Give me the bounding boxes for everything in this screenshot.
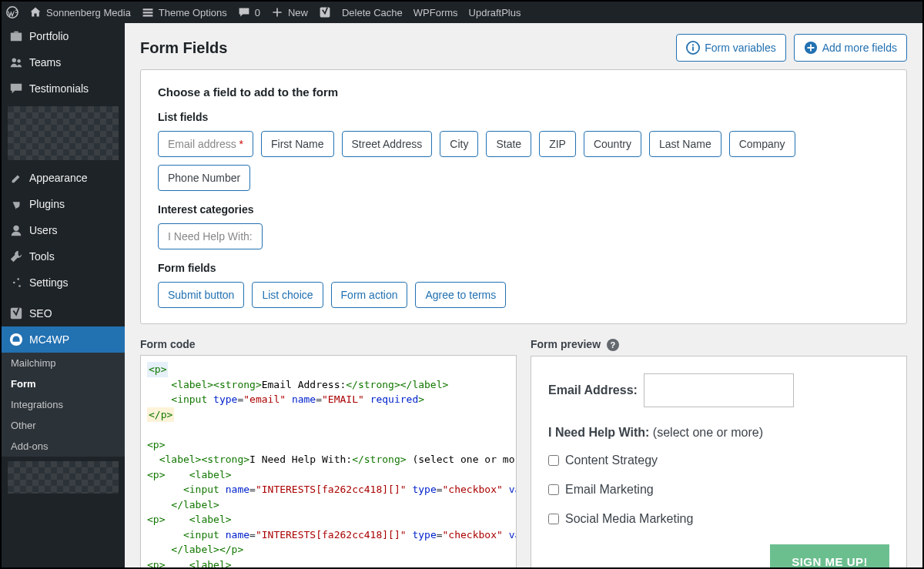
form-code-editor[interactable]: <p> <label><strong>Email Address:</stron… [140, 355, 517, 567]
svg-point-4 [17, 59, 21, 63]
preview-cb-content-strategy[interactable] [548, 455, 559, 466]
field-email-address[interactable]: Email address * [158, 131, 253, 157]
svg-rect-2 [11, 33, 22, 42]
form-code-title: Form code [140, 338, 517, 350]
field-company[interactable]: Company [729, 131, 795, 157]
sidebar-item-plugins[interactable]: Plugins [2, 191, 125, 217]
field-state[interactable]: State [486, 131, 531, 157]
preview-help-heading: I Need Help With: (select one or more) [548, 426, 889, 440]
sidebar-item-tools[interactable]: Tools [2, 243, 125, 269]
content-area: Form Fields Form variables Add more fiel… [125, 23, 922, 567]
preview-cb-label: Content Strategy [565, 454, 658, 467]
sub-item-form[interactable]: Form [2, 373, 125, 394]
preview-cb-social-media[interactable] [548, 514, 559, 524]
add-more-fields-button[interactable]: Add more fields [794, 34, 907, 62]
redacted-area [8, 106, 119, 160]
help-icon[interactable]: ? [607, 339, 619, 351]
wpforms-link[interactable]: WPForms [413, 7, 458, 18]
sidebar-item-seo[interactable]: SEO [2, 300, 125, 326]
sidebar-item-portfolio[interactable]: Portfolio [2, 23, 125, 49]
preview-email-input[interactable] [644, 373, 794, 407]
interest-categories-label: Interest categories [158, 203, 889, 216]
comments[interactable]: 0 [238, 6, 260, 18]
field-agree-to-terms[interactable]: Agree to terms [415, 282, 506, 308]
preview-email-label: Email Address: [548, 383, 638, 397]
svg-point-8 [18, 285, 21, 287]
field-country[interactable]: Country [584, 131, 641, 157]
yoast-icon[interactable] [319, 6, 331, 18]
preview-cb-label: Email Marketing [565, 483, 654, 497]
theme-options[interactable]: Theme Options [142, 6, 227, 18]
preview-cb-label: Social Media Marketing [565, 512, 693, 526]
sub-item-addons[interactable]: Add-ons [2, 436, 125, 457]
field-list-choice[interactable]: List choice [252, 282, 323, 308]
new-content[interactable]: New [271, 6, 308, 18]
form-preview-title: Form preview ? [531, 338, 907, 351]
field-street-address[interactable]: Street Address [342, 131, 433, 157]
choose-field-panel: Choose a field to add to the form List f… [140, 69, 907, 324]
site-link[interactable]: Sonnenberg Media [29, 6, 131, 18]
list-fields-row: Email address * First Name Street Addres… [158, 131, 889, 191]
sidebar-item-mc4wp[interactable]: MC4WP [2, 326, 125, 353]
field-form-action[interactable]: Form action [331, 282, 408, 308]
page-title: Form Fields [140, 39, 227, 57]
sub-item-other[interactable]: Other [2, 415, 125, 436]
form-preview-box: Email Address: I Need Help With: (select… [531, 356, 907, 567]
form-code-section: Form code <p> <label><strong>Email Addre… [140, 338, 517, 567]
preview-submit-button[interactable]: SIGN ME UP! [770, 544, 889, 567]
field-first-name[interactable]: First Name [261, 131, 333, 157]
sub-item-integrations[interactable]: Integrations [2, 394, 125, 415]
list-fields-label: List fields [158, 111, 889, 123]
sidebar-item-appearance[interactable]: Appearance [2, 165, 125, 191]
field-phone-number[interactable]: Phone Number [158, 165, 250, 191]
redacted-area [8, 461, 119, 494]
updraftplus-link[interactable]: UpdraftPlus [469, 7, 521, 18]
preview-cb-email-marketing[interactable] [548, 484, 559, 495]
sidebar-item-users[interactable]: Users [2, 217, 125, 243]
form-preview-section: Form preview ? Email Address: I Need Hel… [531, 338, 907, 567]
svg-rect-13 [692, 47, 694, 51]
svg-point-7 [13, 282, 15, 284]
svg-point-3 [12, 59, 16, 62]
mc4wp-submenu: Mailchimp Form Integrations Other Add-on… [2, 353, 125, 457]
panel-heading: Choose a field to add to the form [158, 85, 889, 99]
field-last-name[interactable]: Last Name [649, 131, 721, 157]
form-variables-button[interactable]: Form variables [676, 34, 786, 62]
sidebar-item-teams[interactable]: Teams [2, 49, 125, 75]
sub-item-mailchimp[interactable]: Mailchimp [2, 353, 125, 373]
sidebar-item-testimonials[interactable]: Testimonials [2, 75, 125, 102]
field-city[interactable]: City [440, 131, 478, 157]
field-submit-button[interactable]: Submit button [158, 282, 244, 308]
admin-bar: Sonnenberg Media Theme Options 0 New Del… [2, 2, 922, 23]
admin-sidebar: Portfolio Teams Testimonials Appearance … [2, 23, 125, 567]
wp-logo-icon[interactable] [6, 6, 18, 18]
sidebar-item-settings[interactable]: Settings [2, 269, 125, 296]
svg-point-12 [692, 44, 694, 45]
delete-cache[interactable]: Delete Cache [342, 7, 403, 18]
field-zip[interactable]: ZIP [539, 131, 576, 157]
interest-i-need-help[interactable]: I Need Help With: [158, 223, 263, 249]
form-fields-label: Form fields [158, 262, 889, 274]
svg-point-6 [17, 278, 19, 280]
svg-point-5 [13, 226, 18, 231]
